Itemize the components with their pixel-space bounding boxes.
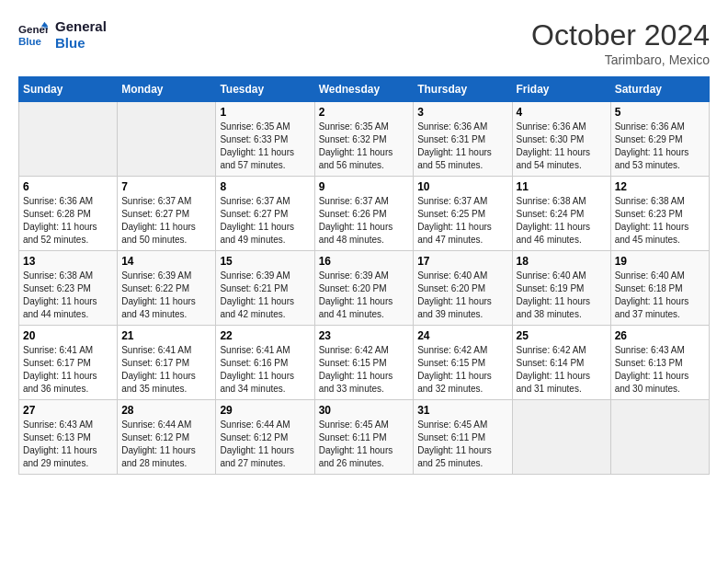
- cell-content: Sunrise: 6:40 AMSunset: 6:20 PMDaylight:…: [417, 270, 507, 321]
- cell-content: Sunrise: 6:39 AMSunset: 6:20 PMDaylight:…: [319, 270, 410, 321]
- day-number: 22: [220, 329, 310, 342]
- day-number: 5: [615, 106, 705, 119]
- calendar-cell: 3Sunrise: 6:36 AMSunset: 6:31 PMDaylight…: [414, 102, 512, 177]
- day-number: 10: [417, 180, 507, 193]
- day-number: 16: [319, 255, 410, 268]
- day-header-friday: Friday: [512, 77, 610, 102]
- day-number: 8: [220, 180, 310, 193]
- cell-content: Sunrise: 6:43 AMSunset: 6:13 PMDaylight:…: [23, 419, 113, 470]
- day-number: 27: [23, 404, 113, 417]
- cell-content: Sunrise: 6:44 AMSunset: 6:12 PMDaylight:…: [121, 419, 211, 470]
- cell-content: Sunrise: 6:41 AMSunset: 6:17 PMDaylight:…: [121, 344, 211, 396]
- day-number: 6: [23, 180, 113, 193]
- logo: General Blue General Blue: [18, 18, 107, 52]
- cell-content: Sunrise: 6:45 AMSunset: 6:11 PMDaylight:…: [417, 419, 507, 470]
- calendar-cell: 28Sunrise: 6:44 AMSunset: 6:12 PMDayligh…: [118, 400, 216, 475]
- day-number: 30: [319, 404, 410, 417]
- day-number: 20: [23, 329, 113, 342]
- day-number: 13: [23, 255, 113, 268]
- title-section: October 2024 Tarimbaro, Mexico: [531, 18, 710, 67]
- day-number: 19: [615, 255, 705, 268]
- calendar-table: SundayMondayTuesdayWednesdayThursdayFrid…: [18, 76, 710, 475]
- day-number: 14: [121, 255, 211, 268]
- day-number: 31: [417, 404, 507, 417]
- calendar-cell: 11Sunrise: 6:38 AMSunset: 6:24 PMDayligh…: [512, 177, 610, 251]
- cell-content: Sunrise: 6:37 AMSunset: 6:27 PMDaylight:…: [220, 195, 310, 247]
- calendar-week-3: 13Sunrise: 6:38 AMSunset: 6:23 PMDayligh…: [19, 251, 710, 326]
- day-header-sunday: Sunday: [19, 77, 118, 102]
- cell-content: Sunrise: 6:43 AMSunset: 6:13 PMDaylight:…: [615, 344, 705, 396]
- cell-content: Sunrise: 6:39 AMSunset: 6:21 PMDaylight:…: [220, 270, 310, 321]
- cell-content: Sunrise: 6:36 AMSunset: 6:30 PMDaylight:…: [517, 121, 607, 172]
- calendar-header: SundayMondayTuesdayWednesdayThursdayFrid…: [19, 77, 710, 102]
- calendar-cell: [19, 102, 118, 177]
- calendar-cell: 14Sunrise: 6:39 AMSunset: 6:22 PMDayligh…: [118, 251, 216, 326]
- calendar-cell: 21Sunrise: 6:41 AMSunset: 6:17 PMDayligh…: [118, 326, 216, 400]
- cell-content: Sunrise: 6:42 AMSunset: 6:15 PMDaylight:…: [417, 344, 507, 396]
- cell-content: Sunrise: 6:41 AMSunset: 6:17 PMDaylight:…: [23, 344, 113, 396]
- day-number: 23: [319, 329, 410, 342]
- calendar-cell: 6Sunrise: 6:36 AMSunset: 6:28 PMDaylight…: [19, 177, 118, 251]
- day-number: 9: [319, 180, 410, 193]
- calendar-cell: 16Sunrise: 6:39 AMSunset: 6:20 PMDayligh…: [314, 251, 414, 326]
- cell-content: Sunrise: 6:40 AMSunset: 6:18 PMDaylight:…: [615, 270, 705, 321]
- calendar-cell: 25Sunrise: 6:42 AMSunset: 6:14 PMDayligh…: [512, 326, 610, 400]
- calendar-cell: 19Sunrise: 6:40 AMSunset: 6:18 PMDayligh…: [610, 251, 709, 326]
- day-number: 7: [121, 180, 211, 193]
- calendar-cell: 15Sunrise: 6:39 AMSunset: 6:21 PMDayligh…: [216, 251, 314, 326]
- calendar-cell: 1Sunrise: 6:35 AMSunset: 6:33 PMDaylight…: [216, 102, 314, 177]
- calendar-cell: 26Sunrise: 6:43 AMSunset: 6:13 PMDayligh…: [610, 326, 709, 400]
- day-number: 21: [121, 329, 211, 342]
- calendar-cell: 4Sunrise: 6:36 AMSunset: 6:30 PMDaylight…: [512, 102, 610, 177]
- cell-content: Sunrise: 6:37 AMSunset: 6:26 PMDaylight:…: [319, 195, 410, 247]
- day-number: 12: [615, 180, 705, 193]
- day-header-thursday: Thursday: [414, 77, 512, 102]
- calendar-cell: 23Sunrise: 6:42 AMSunset: 6:15 PMDayligh…: [314, 326, 414, 400]
- day-number: 11: [517, 180, 607, 193]
- month-title: October 2024: [531, 18, 710, 52]
- day-number: 4: [517, 106, 607, 119]
- cell-content: Sunrise: 6:39 AMSunset: 6:22 PMDaylight:…: [121, 270, 211, 321]
- calendar-cell: 5Sunrise: 6:36 AMSunset: 6:29 PMDaylight…: [610, 102, 709, 177]
- cell-content: Sunrise: 6:42 AMSunset: 6:15 PMDaylight:…: [319, 344, 410, 396]
- calendar-cell: 7Sunrise: 6:37 AMSunset: 6:27 PMDaylight…: [118, 177, 216, 251]
- calendar-cell: 8Sunrise: 6:37 AMSunset: 6:27 PMDaylight…: [216, 177, 314, 251]
- cell-content: Sunrise: 6:37 AMSunset: 6:25 PMDaylight:…: [417, 195, 507, 247]
- calendar-cell: 24Sunrise: 6:42 AMSunset: 6:15 PMDayligh…: [414, 326, 512, 400]
- calendar-week-5: 27Sunrise: 6:43 AMSunset: 6:13 PMDayligh…: [19, 400, 710, 475]
- calendar-cell: 10Sunrise: 6:37 AMSunset: 6:25 PMDayligh…: [414, 177, 512, 251]
- day-number: 1: [220, 106, 310, 119]
- cell-content: Sunrise: 6:35 AMSunset: 6:32 PMDaylight:…: [319, 121, 410, 172]
- day-number: 2: [319, 106, 410, 119]
- cell-content: Sunrise: 6:36 AMSunset: 6:29 PMDaylight:…: [615, 121, 705, 172]
- location: Tarimbaro, Mexico: [531, 52, 710, 67]
- logo-line1: General: [55, 18, 107, 35]
- calendar-cell: 13Sunrise: 6:38 AMSunset: 6:23 PMDayligh…: [19, 251, 118, 326]
- calendar-cell: 22Sunrise: 6:41 AMSunset: 6:16 PMDayligh…: [216, 326, 314, 400]
- calendar-cell: [610, 400, 709, 475]
- cell-content: Sunrise: 6:37 AMSunset: 6:27 PMDaylight:…: [121, 195, 211, 247]
- calendar-week-1: 1Sunrise: 6:35 AMSunset: 6:33 PMDaylight…: [19, 102, 710, 177]
- svg-text:Blue: Blue: [18, 36, 42, 47]
- day-number: 24: [417, 329, 507, 342]
- calendar-cell: 2Sunrise: 6:35 AMSunset: 6:32 PMDaylight…: [314, 102, 414, 177]
- calendar-cell: 29Sunrise: 6:44 AMSunset: 6:12 PMDayligh…: [216, 400, 314, 475]
- day-number: 3: [417, 106, 507, 119]
- logo-line2: Blue: [55, 35, 107, 52]
- cell-content: Sunrise: 6:42 AMSunset: 6:14 PMDaylight:…: [517, 344, 607, 396]
- calendar-cell: 18Sunrise: 6:40 AMSunset: 6:19 PMDayligh…: [512, 251, 610, 326]
- day-number: 26: [615, 329, 705, 342]
- day-number: 25: [517, 329, 607, 342]
- calendar-cell: 27Sunrise: 6:43 AMSunset: 6:13 PMDayligh…: [19, 400, 118, 475]
- page-header: General Blue General Blue October 2024 T…: [18, 18, 710, 67]
- calendar-cell: 30Sunrise: 6:45 AMSunset: 6:11 PMDayligh…: [314, 400, 414, 475]
- calendar-cell: 17Sunrise: 6:40 AMSunset: 6:20 PMDayligh…: [414, 251, 512, 326]
- calendar-cell: 9Sunrise: 6:37 AMSunset: 6:26 PMDaylight…: [314, 177, 414, 251]
- day-header-saturday: Saturday: [610, 77, 709, 102]
- cell-content: Sunrise: 6:36 AMSunset: 6:28 PMDaylight:…: [23, 195, 113, 247]
- calendar-week-2: 6Sunrise: 6:36 AMSunset: 6:28 PMDaylight…: [19, 177, 710, 251]
- day-header-tuesday: Tuesday: [216, 77, 314, 102]
- cell-content: Sunrise: 6:38 AMSunset: 6:23 PMDaylight:…: [615, 195, 705, 247]
- day-number: 15: [220, 255, 310, 268]
- day-number: 18: [517, 255, 607, 268]
